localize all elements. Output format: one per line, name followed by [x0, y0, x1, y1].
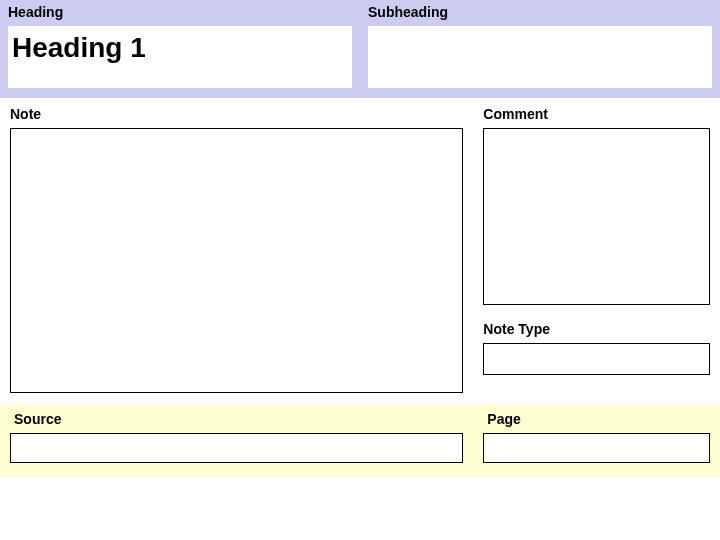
comment-column: Comment Note Type — [483, 106, 710, 393]
bottom-band: Source Page — [0, 405, 720, 477]
subheading-column: Subheading — [368, 4, 712, 88]
notetype-box[interactable] — [483, 343, 710, 375]
page-box[interactable] — [483, 433, 710, 463]
top-band: Heading Heading 1 Subheading — [0, 0, 720, 98]
notetype-label: Note Type — [483, 321, 710, 337]
source-column: Source — [10, 411, 463, 463]
subheading-label: Subheading — [368, 4, 712, 20]
subheading-box[interactable] — [368, 26, 712, 88]
source-box[interactable] — [10, 433, 463, 463]
heading-column: Heading Heading 1 — [8, 4, 352, 88]
heading-box[interactable]: Heading 1 — [8, 26, 352, 88]
note-label: Note — [10, 106, 463, 122]
heading-text: Heading 1 — [12, 32, 348, 64]
comment-label: Comment — [483, 106, 710, 122]
heading-label: Heading — [8, 4, 352, 20]
source-label: Source — [14, 411, 463, 427]
notetype-wrap: Note Type — [483, 321, 710, 375]
note-box[interactable] — [10, 128, 463, 393]
note-column: Note — [10, 106, 463, 393]
page-label: Page — [487, 411, 710, 427]
page-column: Page — [483, 411, 710, 463]
comment-box[interactable] — [483, 128, 710, 305]
mid-band: Note Comment Note Type — [0, 98, 720, 405]
